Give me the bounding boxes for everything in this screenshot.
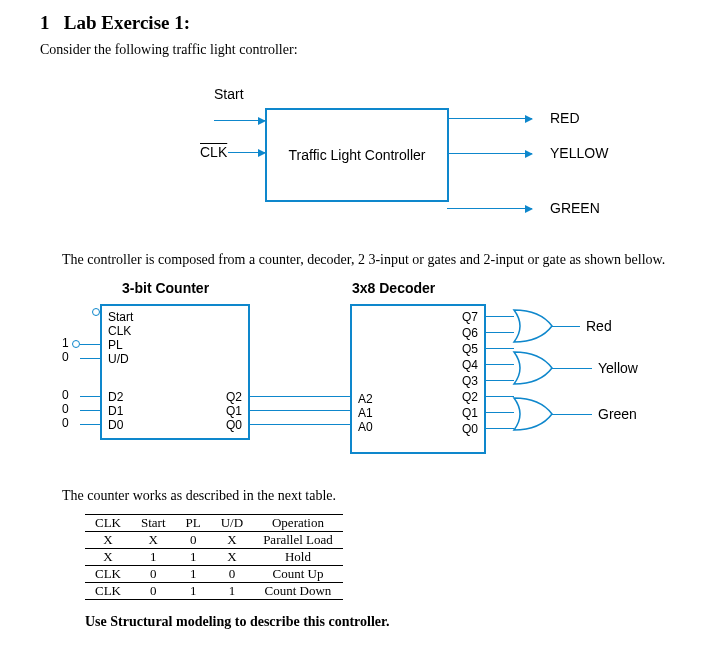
cell: 0	[131, 583, 176, 600]
pin-dq2: Q2	[462, 390, 478, 404]
start-bubble	[92, 308, 100, 316]
yellow-out-label: Yellow	[598, 360, 638, 376]
pin-ud: U/D	[108, 352, 129, 366]
red-out-label: Red	[586, 318, 612, 334]
th-clk: CLK	[85, 515, 131, 532]
th-ud-text: U/D	[221, 515, 243, 530]
decoder-chip: A2 A1 A0 Q7 Q6 Q5 Q4 Q3 Q2 Q1 Q0	[350, 304, 486, 454]
para-composition: The controller is composed from a counte…	[40, 252, 669, 268]
intro-text: Consider the following traffic light con…	[40, 42, 669, 58]
red-label: RED	[550, 110, 580, 126]
wire-d0	[80, 424, 100, 425]
para-composition-text: The controller is composed from a counte…	[62, 252, 665, 267]
red-arrow	[447, 118, 532, 119]
green-out-label: Green	[598, 406, 637, 422]
pin-q0: Q0	[226, 418, 242, 432]
wire-red-out	[552, 326, 580, 327]
yellow-label: YELLOW	[550, 145, 608, 161]
heading-title: Lab Exercise 1:	[64, 12, 190, 33]
pin-a0: A0	[358, 420, 373, 434]
wire-q1-out	[484, 412, 514, 413]
cell: X	[85, 532, 131, 549]
pl-value: 1	[62, 336, 69, 350]
wire-q6	[484, 332, 514, 333]
cell: Parallel Load	[253, 532, 343, 549]
pin-dq6: Q6	[462, 326, 478, 340]
wire-q2-out	[484, 396, 514, 397]
pin-dq4: Q4	[462, 358, 478, 372]
wire-green-out	[552, 414, 592, 415]
wire-q7	[484, 316, 514, 317]
cell: CLK	[85, 566, 131, 583]
wire-q0-a0	[248, 424, 350, 425]
cell: X	[211, 532, 253, 549]
cell: 0	[211, 566, 253, 583]
controller-label: Traffic Light Controller	[289, 147, 426, 163]
pin-pl: PL	[108, 338, 123, 352]
cell: 1	[176, 583, 211, 600]
counter-chip: Start CLK PL U/D D2 D1 D0 Q2 Q1 Q0	[100, 304, 250, 440]
wire-d2	[80, 396, 100, 397]
pin-d1: D1	[108, 404, 123, 418]
pin-dq1: Q1	[462, 406, 478, 420]
clk-arrow	[228, 152, 265, 153]
pin-d2: D2	[108, 390, 123, 404]
pin-d0: D0	[108, 418, 123, 432]
cell: 1	[176, 549, 211, 566]
pin-q1: Q1	[226, 404, 242, 418]
wire-q3	[484, 380, 514, 381]
cell: CLK	[85, 583, 131, 600]
cell: X	[85, 549, 131, 566]
pin-clk: CLK	[108, 324, 131, 338]
cell: 1	[211, 583, 253, 600]
pin-a1: A1	[358, 406, 373, 420]
heading: 1 Lab Exercise 1:	[40, 12, 669, 34]
th-pl: PL	[176, 515, 211, 532]
cell: Count Up	[253, 566, 343, 583]
schematic-diagram: 3-bit Counter 3x8 Decoder Start CLK PL U…	[40, 278, 669, 478]
wire-q2-a2	[248, 396, 350, 397]
decoder-title: 3x8 Decoder	[352, 280, 435, 296]
wire-q0-out	[484, 428, 514, 429]
cell: 1	[131, 549, 176, 566]
pin-q2: Q2	[226, 390, 242, 404]
controller-box: Traffic Light Controller	[265, 108, 449, 202]
ud-value: 0	[62, 350, 69, 364]
pin-dq5: Q5	[462, 342, 478, 356]
wire-ud	[80, 358, 100, 359]
th-start: Start	[131, 515, 176, 532]
cell: X	[131, 532, 176, 549]
wire-q5	[484, 348, 514, 349]
d0-value: 0	[62, 416, 69, 430]
cell: Count Down	[253, 583, 343, 600]
wire-q1-a1	[248, 410, 350, 411]
counter-truth-table: CLK Start PL U/D Operation X X 0 X Paral…	[85, 514, 343, 600]
pin-start: Start	[108, 310, 133, 324]
green-label: GREEN	[550, 200, 600, 216]
wire-pl	[80, 344, 100, 345]
cell: 0	[176, 532, 211, 549]
pin-dq0: Q0	[462, 422, 478, 436]
th-op: Operation	[253, 515, 343, 532]
cell: 1	[176, 566, 211, 583]
para-table-intro: The counter works as described in the ne…	[40, 488, 669, 504]
pin-dq3: Q3	[462, 374, 478, 388]
pin-a2: A2	[358, 392, 373, 406]
pin-dq7: Q7	[462, 310, 478, 324]
d2-value: 0	[62, 388, 69, 402]
pl-bubble	[72, 340, 80, 348]
wire-yellow-out	[552, 368, 592, 369]
final-instruction: Use Structural modeling to describe this…	[85, 614, 669, 630]
cell: Hold	[253, 549, 343, 566]
start-label: Start	[214, 86, 244, 102]
green-arrow	[447, 208, 532, 209]
d1-value: 0	[62, 402, 69, 416]
cell: 0	[131, 566, 176, 583]
cell: X	[211, 549, 253, 566]
wire-d1	[80, 410, 100, 411]
counter-title: 3-bit Counter	[122, 280, 209, 296]
th-ud: U/D	[211, 515, 253, 532]
wire-q4	[484, 364, 514, 365]
block-diagram: Start CLK Traffic Light Controller RED Y…	[40, 88, 669, 238]
clk-label: CLK	[200, 144, 227, 160]
